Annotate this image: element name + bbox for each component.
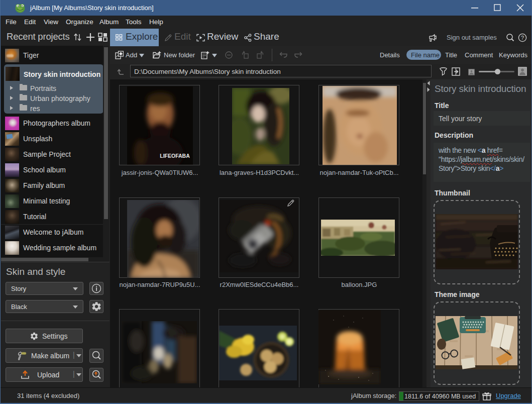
svg-text:?: ? <box>521 35 524 41</box>
svg-text:LIFEOFABA: LIFEOFABA <box>160 153 190 159</box>
